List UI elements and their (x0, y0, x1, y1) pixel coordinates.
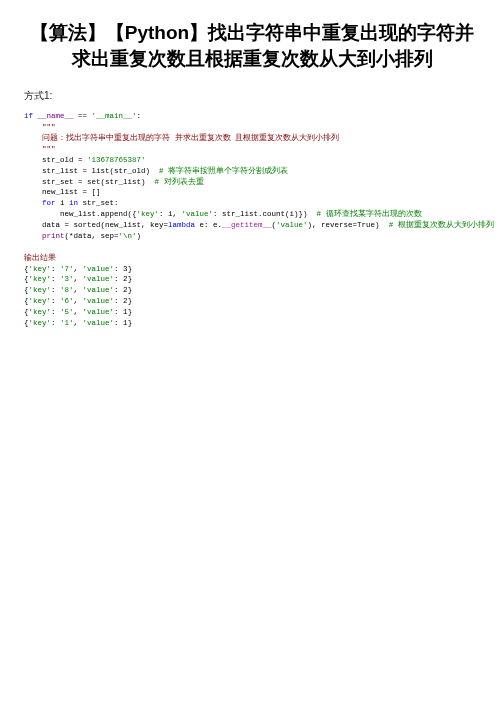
name-var: __name__ (33, 112, 78, 120)
code-line-4a: str_list = list(str_old) (24, 167, 159, 175)
str-value2: 'value' (276, 221, 308, 229)
kw-if: if (24, 112, 33, 120)
code-line-9g: ), reverse=True) (308, 221, 389, 229)
kw-lambda: lambda (168, 221, 195, 229)
out-vv: 2 (119, 275, 128, 283)
out-v: 'value' (83, 308, 115, 316)
code-line-9a: data = sorted(new_list, key= (24, 221, 168, 229)
code-line-8a: new_list.append({ (24, 210, 137, 218)
output-header: 输出结果 (24, 254, 56, 262)
comment-9: # 根据重复次数从大到小排列 (389, 221, 494, 229)
out-key: 'key' (29, 297, 52, 305)
colon: : (137, 112, 142, 120)
output-row: {'key': '6', 'value': 2} (24, 297, 132, 305)
out-v: 'value' (83, 275, 115, 283)
out-v: 'value' (83, 265, 115, 273)
out-kv: '6' (56, 297, 74, 305)
out-key: 'key' (29, 308, 52, 316)
out-vv: 1 (119, 308, 128, 316)
out-v: 'value' (83, 319, 115, 327)
str-old: '13678765387' (87, 156, 146, 164)
code-line-3a: str_old = (24, 156, 87, 164)
out-kv: '3' (56, 275, 74, 283)
magic-getitem: __getitem__ (222, 221, 272, 229)
code-line-5a: str_set = set(str_list) (24, 178, 155, 186)
str-key: 'key' (137, 210, 160, 218)
out-key: 'key' (29, 319, 52, 327)
code-line-7d: str_set: (78, 199, 119, 207)
out-key: 'key' (29, 265, 52, 273)
out-vv: 3 (119, 265, 128, 273)
str-sep: '\n' (119, 232, 137, 240)
out-vv: 1 (119, 319, 128, 327)
output-row: {'key': '8', 'value': 2} (24, 286, 132, 294)
str-value: 'value' (182, 210, 214, 218)
out-vv: 2 (119, 286, 128, 294)
kw-in: in (69, 199, 78, 207)
out-v: 'value' (83, 297, 115, 305)
code-line-6: new_list = [] (24, 188, 101, 196)
kw-for: for (24, 199, 56, 207)
var-i: i (56, 199, 70, 207)
comment-8: # 循环查找某字符出现的次数 (317, 210, 422, 218)
docstring-body: 问题：找出字符串中重复出现的字符 并求出重复次数 且根据重复次数从大到小排列 (24, 134, 339, 142)
out-v: 'value' (83, 286, 115, 294)
out-kv: '8' (56, 286, 74, 294)
comment-4: # 将字符串按照单个字符分割成列表 (159, 167, 288, 175)
str-main: '__main__' (87, 112, 137, 120)
print-call: print (24, 232, 65, 240)
code-block: if __name__ == '__main__': """ 问题：找出字符串中… (24, 111, 480, 329)
code-line-9c: e: e. (195, 221, 222, 229)
comment-5: # 对列表去重 (155, 178, 204, 186)
docstring-open: """ (24, 123, 56, 131)
out-kv: '1' (56, 319, 74, 327)
docstring-close: """ (24, 145, 56, 153)
code-line-10d: ) (137, 232, 142, 240)
out-kv: '5' (56, 308, 74, 316)
code-line-8e: : str_list.count(i)}) (213, 210, 317, 218)
out-key: 'key' (29, 286, 52, 294)
output-row: {'key': '3', 'value': 2} (24, 275, 132, 283)
code-line-10b: (*data, sep= (65, 232, 119, 240)
out-vv: 2 (119, 297, 128, 305)
out-key: 'key' (29, 275, 52, 283)
method-label: 方式1: (24, 89, 480, 103)
output-row: {'key': '7', 'value': 3} (24, 265, 132, 273)
page-title: 【算法】【Python】找出字符串中重复出现的字符并求出重复次数且根据重复次数从… (24, 20, 480, 71)
output-row: {'key': '5', 'value': 1} (24, 308, 132, 316)
out-kv: '7' (56, 265, 74, 273)
output-row: {'key': '1', 'value': 1} (24, 319, 132, 327)
code-line-8c: : i, (159, 210, 182, 218)
op-eq: == (78, 112, 87, 120)
